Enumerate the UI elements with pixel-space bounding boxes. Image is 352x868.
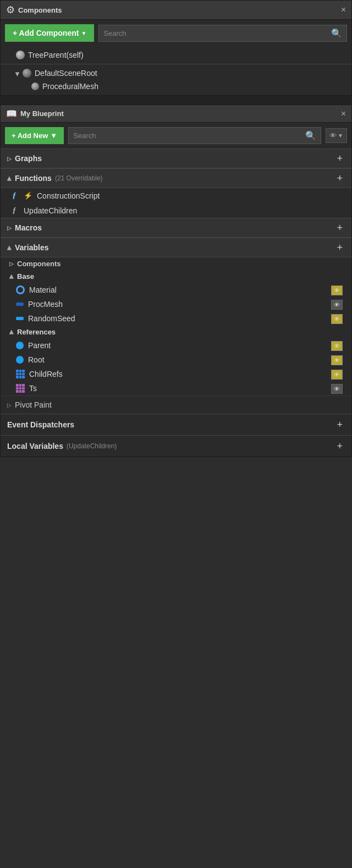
local-variables-subtitle: (UpdateChildren): [67, 442, 117, 450]
randomseed-label: RandomSeed: [28, 314, 75, 323]
ts-icon: [16, 384, 25, 393]
var-item-parent[interactable]: Parent 👁: [1, 338, 351, 353]
components-panel-title: Components: [18, 6, 62, 14]
procmesh-icon: [16, 303, 24, 306]
ts-visibility-badge[interactable]: 👁: [331, 384, 343, 393]
add-component-button[interactable]: + Add Component ▼: [5, 24, 94, 42]
components-tree: TreeParent(self) ◀ DefaultSceneRoot Proc…: [1, 46, 351, 95]
section-title-variables: ◀ Variables: [7, 243, 49, 252]
childrefs-eye-icon[interactable]: 👁: [331, 370, 343, 380]
section-header-graphs[interactable]: ▷ Graphs +: [1, 149, 351, 168]
section-header-event-dispatchers[interactable]: Event Dispatchers +: [1, 414, 351, 435]
procmesh-eye-icon[interactable]: 👁: [331, 300, 343, 310]
update-children-label: UpdateChildren: [24, 206, 77, 215]
components-close-button[interactable]: ×: [341, 6, 346, 14]
add-component-label: + Add Component: [13, 29, 79, 37]
parent-label: Parent: [28, 341, 51, 350]
my-blueprint-close-button[interactable]: ×: [341, 109, 346, 118]
local-variables-add-button[interactable]: +: [334, 441, 345, 451]
subsection-references[interactable]: ◀ References: [1, 326, 351, 338]
sphere-icon-proceduralmesh: [31, 83, 39, 90]
my-blueprint-toolbar: + Add New ▼ 🔍 👁 ▼: [1, 123, 351, 149]
section-header-local-variables[interactable]: Local Variables (UpdateChildren) +: [1, 435, 351, 457]
components-panel-header-left: ⚙ Components: [6, 4, 62, 16]
section-header-functions[interactable]: ◀ Functions (21 Overridable) +: [1, 168, 351, 188]
var-item-ts[interactable]: Ts 👁: [1, 381, 351, 395]
var-item-childrefs[interactable]: ChildRefs 👁: [1, 367, 351, 381]
section-header-variables[interactable]: ◀ Variables +: [1, 238, 351, 257]
var-item-procmesh[interactable]: ProcMesh 👁: [1, 297, 351, 311]
eye-dropdown-arrow: ▼: [338, 133, 343, 139]
material-visibility-badge[interactable]: 👁: [331, 285, 343, 294]
graphs-add-button[interactable]: +: [334, 153, 345, 163]
childrefs-icon: [16, 370, 25, 378]
tree-item-treeparent[interactable]: TreeParent(self): [1, 48, 351, 62]
bp-item-updatechildren[interactable]: ƒ UpdateChildren: [1, 203, 351, 218]
procmesh-visibility-badge[interactable]: 👁: [331, 300, 343, 309]
components-toolbar: + Add Component ▼ 🔍: [1, 20, 351, 46]
eye-icon: 👁: [329, 131, 337, 140]
macros-arrow: ▷: [7, 225, 12, 231]
var-item-material[interactable]: Material 👁: [1, 283, 351, 297]
root-icon: [16, 356, 24, 364]
add-component-dropdown-arrow: ▼: [81, 30, 86, 36]
ts-eye-icon[interactable]: 👁: [331, 384, 343, 394]
macros-add-button[interactable]: +: [334, 223, 345, 233]
var-item-randomseed[interactable]: RandomSeed 👁: [1, 311, 351, 326]
childrefs-visibility-badge[interactable]: 👁: [331, 370, 343, 378]
variables-add-button[interactable]: +: [334, 243, 345, 252]
add-new-dropdown-arrow: ▼: [50, 131, 57, 140]
root-label: Root: [28, 355, 45, 364]
tree-label-proceduralmesh: ProceduralMesh: [42, 82, 98, 91]
randomseed-eye-icon[interactable]: 👁: [331, 314, 343, 324]
randomseed-visibility-badge[interactable]: 👁: [331, 314, 343, 323]
root-visibility-badge[interactable]: 👁: [331, 355, 343, 364]
my-blueprint-search-input[interactable]: [73, 131, 302, 140]
root-eye-icon[interactable]: 👁: [331, 355, 343, 365]
material-icon: [16, 285, 25, 294]
add-new-button[interactable]: + Add New ▼: [5, 127, 64, 144]
subsection-references-label: References: [17, 328, 56, 336]
material-eye-icon[interactable]: 👁: [331, 285, 343, 295]
section-header-macros[interactable]: ▷ Macros +: [1, 218, 351, 238]
subsection-base-label: Base: [17, 272, 34, 281]
components-search-icon: 🔍: [331, 28, 342, 39]
subsection-base[interactable]: ◀ Base: [1, 270, 351, 283]
functions-arrow: ◀: [7, 176, 13, 180]
subsection-references-arrow: ◀: [9, 330, 15, 334]
functions-subtitle: (21 Overridable): [55, 174, 103, 182]
update-children-icon: ƒ: [9, 206, 19, 215]
event-dispatchers-label: Event Dispatchers: [7, 420, 74, 429]
variables-label: Variables: [15, 243, 49, 252]
parent-eye-icon[interactable]: 👁: [331, 341, 343, 351]
var-item-root[interactable]: Root 👁: [1, 353, 351, 367]
components-panel: ⚙ Components × + Add Component ▼ 🔍 TreeP…: [0, 0, 352, 96]
tree-label-defaultsceneroot: DefaultSceneRoot: [35, 69, 97, 78]
construction-script-lightning: ⚡: [24, 191, 32, 200]
randomseed-icon: [16, 317, 24, 320]
section-title-macros: ▷ Macros: [7, 223, 42, 232]
tree-item-defaultsceneroot[interactable]: ◀ DefaultSceneRoot: [1, 67, 351, 80]
subsection-components[interactable]: ▷ Components: [1, 257, 351, 270]
pivot-paint-arrow: ▷: [7, 402, 12, 408]
bp-item-constructionscript[interactable]: ƒ ⚡ ConstructionScript: [1, 188, 351, 203]
event-dispatchers-add-button[interactable]: +: [334, 420, 345, 430]
visibility-filter-button[interactable]: 👁 ▼: [326, 128, 347, 143]
pivot-paint-label: Pivot Paint: [15, 400, 52, 409]
tree-item-proceduralmesh[interactable]: ProceduralMesh: [1, 80, 351, 93]
components-search-input[interactable]: [103, 29, 328, 37]
parent-icon: [16, 342, 24, 349]
construction-script-icon: ƒ: [9, 191, 19, 200]
ts-label: Ts: [29, 384, 37, 393]
subsection-base-arrow: ◀: [9, 274, 15, 279]
variables-arrow: ◀: [7, 245, 13, 250]
parent-visibility-badge[interactable]: 👁: [331, 341, 343, 350]
subsection-pivot-paint[interactable]: ▷ Pivot Paint: [1, 395, 351, 414]
components-search-box: 🔍: [98, 25, 347, 42]
my-blueprint-panel-title: My Blueprint: [20, 109, 64, 118]
section-title-graphs: ▷ Graphs: [7, 154, 42, 163]
add-new-label: + Add New: [12, 131, 48, 140]
subsection-components-arrow: ▷: [9, 261, 14, 267]
my-blueprint-panel-header: 📖 My Blueprint ×: [1, 105, 351, 123]
functions-add-button[interactable]: +: [334, 173, 345, 183]
